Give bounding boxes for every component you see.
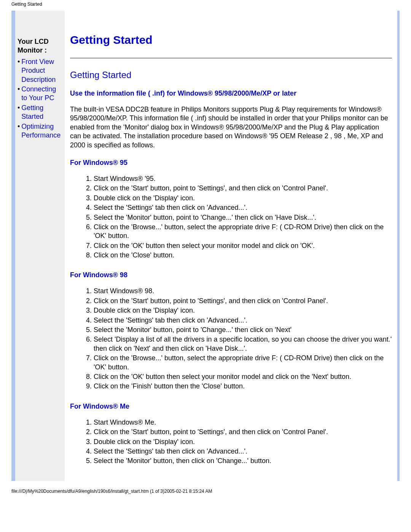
list-item: Select the 'Monitor' button, point to 'C…: [94, 326, 392, 334]
page-footer: file:///D|/My%20Documents/dfu/A9/english…: [0, 481, 411, 498]
list-item: Select 'Display a list of all the driver…: [94, 335, 392, 353]
list-item: Click on the 'Start' button, point to 'S…: [94, 184, 392, 193]
win95-steps: Start Windows® '95. Click on the 'Start'…: [70, 174, 392, 260]
page-title: Getting Started: [70, 34, 392, 46]
link-connecting[interactable]: Connecting to Your PC: [21, 85, 62, 103]
sidebar-item-getting-started: • Getting Started: [18, 104, 62, 121]
sidebar-title: Your LCD Monitor :: [18, 37, 62, 55]
winme-steps: Start Windows® Me. Click on the 'Start' …: [70, 418, 392, 466]
bullet-icon: •: [18, 104, 20, 112]
content-frame: Your LCD Monitor : • Front View Product …: [11, 11, 400, 481]
list-item: Click on the 'Finish' button then the 'C…: [94, 382, 392, 391]
win95-heading: For Windows® 95: [70, 159, 392, 167]
left-border-band: [11, 11, 15, 481]
divider: [70, 58, 392, 58]
list-item: Click on the 'Browse...' button, select …: [94, 223, 392, 241]
list-item: Start Windows® Me.: [94, 418, 392, 427]
sidebar-item-optimizing: • Optimizing Performance: [18, 122, 62, 140]
list-item: Select the 'Settings' tab then click on …: [94, 447, 392, 456]
main-content: Getting Started Getting Started Use the …: [65, 11, 400, 481]
list-item: Start Windows® 98.: [94, 287, 392, 296]
link-getting-started[interactable]: Getting Started: [21, 104, 62, 121]
list-item: Select the 'Settings' tab then click on …: [94, 203, 392, 212]
winme-heading: For Windows® Me: [70, 403, 392, 411]
bullet-icon: •: [18, 122, 20, 131]
list-item: Double click on the 'Display' icon.: [94, 438, 392, 446]
list-item: Click on the 'Browse...' button, select …: [94, 354, 392, 372]
sidebar-nav-list: • Front View Product Description • Conne…: [18, 58, 62, 140]
list-item: Click on the 'OK' button then select you…: [94, 372, 392, 381]
bullet-icon: •: [18, 58, 20, 66]
list-item: Select the 'Settings' tab then click on …: [94, 316, 392, 325]
list-item: Select the 'Monitor' button, point to 'C…: [94, 213, 392, 222]
list-item: Click on the 'Start' button, point to 'S…: [94, 428, 392, 436]
bullet-icon: •: [18, 85, 20, 94]
win98-steps: Start Windows® 98. Click on the 'Start' …: [70, 287, 392, 391]
list-item: Double click on the 'Display' icon.: [94, 194, 392, 203]
intro-paragraph: The built-in VESA DDC2B feature in Phili…: [70, 105, 392, 150]
section-subtitle: Getting Started: [70, 70, 392, 80]
sidebar-item-front-view: • Front View Product Description: [18, 58, 62, 84]
list-item: Click on the 'OK' button then select you…: [94, 241, 392, 250]
list-item: Click on the 'Start' button, point to 'S…: [94, 297, 392, 305]
list-item: Select the 'Monitor' button, then click …: [94, 457, 392, 465]
sidebar: Your LCD Monitor : • Front View Product …: [15, 11, 65, 481]
list-item: Double click on the 'Display' icon.: [94, 306, 392, 315]
win98-heading: For Windows® 98: [70, 271, 392, 279]
page-header: Getting Started: [0, 0, 411, 7]
list-item: Start Windows® '95.: [94, 174, 392, 183]
link-optimizing[interactable]: Optimizing Performance: [21, 122, 62, 140]
inf-heading: Use the information file ( .inf) for Win…: [70, 89, 392, 97]
link-front-view[interactable]: Front View Product Description: [21, 58, 62, 84]
sidebar-item-connecting: • Connecting to Your PC: [18, 85, 62, 103]
list-item: Click on the 'Close' button.: [94, 251, 392, 260]
